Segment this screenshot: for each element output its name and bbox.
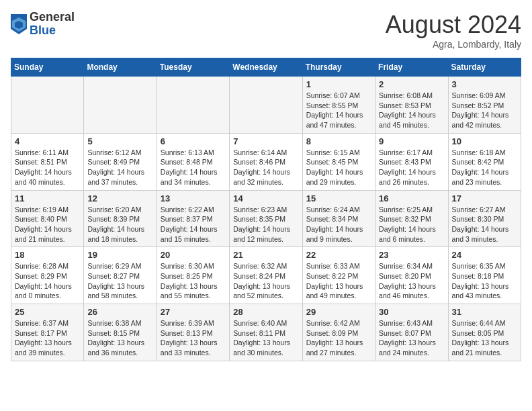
day-info: Sunrise: 6:19 AM Sunset: 8:40 PM Dayligh… — [15, 205, 80, 244]
day-info: Sunrise: 6:08 AM Sunset: 8:53 PM Dayligh… — [379, 91, 444, 130]
calendar-cell: 29Sunrise: 6:42 AM Sunset: 8:09 PM Dayli… — [302, 304, 375, 361]
day-number: 31 — [452, 307, 517, 317]
weekday-header-wednesday: Wednesday — [230, 58, 302, 77]
title-block: August 2024 Agra, Lombardy, Italy — [386, 11, 521, 50]
location-subtitle: Agra, Lombardy, Italy — [386, 39, 521, 50]
calendar-cell: 15Sunrise: 6:24 AM Sunset: 8:34 PM Dayli… — [302, 190, 375, 247]
day-info: Sunrise: 6:18 AM Sunset: 8:42 PM Dayligh… — [452, 148, 517, 187]
day-info: Sunrise: 6:28 AM Sunset: 8:29 PM Dayligh… — [15, 261, 80, 301]
page-header: General Blue August 2024 Agra, Lombardy,… — [11, 11, 521, 50]
day-info: Sunrise: 6:23 AM Sunset: 8:35 PM Dayligh… — [233, 205, 298, 244]
day-info: Sunrise: 6:22 AM Sunset: 8:37 PM Dayligh… — [161, 205, 226, 244]
logo-blue-text: Blue — [30, 24, 75, 38]
day-info: Sunrise: 6:24 AM Sunset: 8:34 PM Dayligh… — [306, 205, 371, 244]
day-info: Sunrise: 6:17 AM Sunset: 8:43 PM Dayligh… — [379, 148, 444, 187]
calendar-cell: 1Sunrise: 6:07 AM Sunset: 8:55 PM Daylig… — [302, 77, 375, 134]
day-number: 23 — [379, 250, 444, 260]
day-info: Sunrise: 6:38 AM Sunset: 8:15 PM Dayligh… — [87, 318, 152, 358]
day-info: Sunrise: 6:34 AM Sunset: 8:20 PM Dayligh… — [379, 261, 444, 301]
day-info: Sunrise: 6:37 AM Sunset: 8:17 PM Dayligh… — [15, 318, 80, 358]
day-info: Sunrise: 6:29 AM Sunset: 8:27 PM Dayligh… — [87, 261, 152, 301]
weekday-header-sunday: Sunday — [11, 58, 84, 77]
day-number: 16 — [379, 193, 444, 203]
calendar-cell: 7Sunrise: 6:14 AM Sunset: 8:46 PM Daylig… — [230, 133, 302, 190]
calendar-cell: 21Sunrise: 6:32 AM Sunset: 8:24 PM Dayli… — [230, 247, 302, 304]
day-number: 22 — [306, 250, 371, 260]
logo-icon — [11, 14, 27, 34]
day-number: 30 — [379, 307, 444, 317]
month-title: August 2024 — [386, 11, 521, 39]
calendar-cell — [11, 77, 84, 134]
day-number: 14 — [233, 193, 298, 203]
calendar-cell: 23Sunrise: 6:34 AM Sunset: 8:20 PM Dayli… — [375, 247, 448, 304]
calendar-cell: 22Sunrise: 6:33 AM Sunset: 8:22 PM Dayli… — [302, 247, 375, 304]
calendar-cell — [84, 77, 157, 134]
day-number: 29 — [306, 307, 371, 317]
calendar-header: SundayMondayTuesdayWednesdayThursdayFrid… — [11, 58, 521, 77]
calendar-body: 1Sunrise: 6:07 AM Sunset: 8:55 PM Daylig… — [11, 77, 521, 361]
day-number: 11 — [15, 193, 80, 203]
weekday-header-monday: Monday — [84, 58, 157, 77]
calendar-cell: 6Sunrise: 6:13 AM Sunset: 8:48 PM Daylig… — [157, 133, 229, 190]
logo: General Blue — [11, 11, 75, 38]
calendar-cell: 27Sunrise: 6:39 AM Sunset: 8:13 PM Dayli… — [157, 304, 229, 361]
day-info: Sunrise: 6:40 AM Sunset: 8:11 PM Dayligh… — [233, 318, 298, 358]
day-info: Sunrise: 6:14 AM Sunset: 8:46 PM Dayligh… — [233, 148, 298, 187]
day-number: 15 — [306, 193, 371, 203]
calendar-cell: 10Sunrise: 6:18 AM Sunset: 8:42 PM Dayli… — [448, 133, 521, 190]
calendar-cell: 24Sunrise: 6:35 AM Sunset: 8:18 PM Dayli… — [448, 247, 521, 304]
day-number: 5 — [87, 136, 152, 146]
day-number: 8 — [306, 136, 371, 146]
calendar-week-4: 18Sunrise: 6:28 AM Sunset: 8:29 PM Dayli… — [11, 247, 521, 304]
day-number: 20 — [161, 250, 226, 260]
day-number: 19 — [87, 250, 152, 260]
calendar-cell: 4Sunrise: 6:11 AM Sunset: 8:51 PM Daylig… — [11, 133, 84, 190]
day-number: 6 — [161, 136, 226, 146]
day-info: Sunrise: 6:11 AM Sunset: 8:51 PM Dayligh… — [15, 148, 80, 187]
calendar-week-2: 4Sunrise: 6:11 AM Sunset: 8:51 PM Daylig… — [11, 133, 521, 190]
calendar-cell: 17Sunrise: 6:27 AM Sunset: 8:30 PM Dayli… — [448, 190, 521, 247]
day-number: 7 — [233, 136, 298, 146]
weekday-header-friday: Friday — [375, 58, 448, 77]
calendar-cell: 9Sunrise: 6:17 AM Sunset: 8:43 PM Daylig… — [375, 133, 448, 190]
day-number: 10 — [452, 136, 517, 146]
calendar-cell: 13Sunrise: 6:22 AM Sunset: 8:37 PM Dayli… — [157, 190, 229, 247]
day-number: 26 — [87, 307, 152, 317]
calendar-cell: 30Sunrise: 6:43 AM Sunset: 8:07 PM Dayli… — [375, 304, 448, 361]
day-number: 4 — [15, 136, 80, 146]
day-info: Sunrise: 6:25 AM Sunset: 8:32 PM Dayligh… — [379, 205, 444, 244]
calendar-cell: 20Sunrise: 6:30 AM Sunset: 8:25 PM Dayli… — [157, 247, 229, 304]
day-info: Sunrise: 6:42 AM Sunset: 8:09 PM Dayligh… — [306, 318, 371, 358]
day-info: Sunrise: 6:32 AM Sunset: 8:24 PM Dayligh… — [233, 261, 298, 301]
calendar-cell — [230, 77, 302, 134]
day-number: 1 — [306, 79, 371, 89]
calendar-week-3: 11Sunrise: 6:19 AM Sunset: 8:40 PM Dayli… — [11, 190, 521, 247]
calendar-cell: 11Sunrise: 6:19 AM Sunset: 8:40 PM Dayli… — [11, 190, 84, 247]
day-info: Sunrise: 6:44 AM Sunset: 8:05 PM Dayligh… — [452, 318, 517, 358]
calendar-cell: 3Sunrise: 6:09 AM Sunset: 8:52 PM Daylig… — [448, 77, 521, 134]
logo-text: General Blue — [30, 11, 75, 38]
day-info: Sunrise: 6:20 AM Sunset: 8:39 PM Dayligh… — [87, 205, 152, 244]
calendar-cell: 14Sunrise: 6:23 AM Sunset: 8:35 PM Dayli… — [230, 190, 302, 247]
day-number: 12 — [87, 193, 152, 203]
day-number: 28 — [233, 307, 298, 317]
day-info: Sunrise: 6:27 AM Sunset: 8:30 PM Dayligh… — [452, 205, 517, 244]
calendar-week-5: 25Sunrise: 6:37 AM Sunset: 8:17 PM Dayli… — [11, 304, 521, 361]
day-number: 24 — [452, 250, 517, 260]
calendar-cell: 19Sunrise: 6:29 AM Sunset: 8:27 PM Dayli… — [84, 247, 157, 304]
logo-general-text: General — [30, 11, 75, 24]
day-number: 27 — [161, 307, 226, 317]
calendar-table: SundayMondayTuesdayWednesdayThursdayFrid… — [11, 58, 521, 361]
calendar-week-1: 1Sunrise: 6:07 AM Sunset: 8:55 PM Daylig… — [11, 77, 521, 134]
weekday-header-row: SundayMondayTuesdayWednesdayThursdayFrid… — [11, 58, 521, 77]
day-info: Sunrise: 6:35 AM Sunset: 8:18 PM Dayligh… — [452, 261, 517, 301]
day-info: Sunrise: 6:33 AM Sunset: 8:22 PM Dayligh… — [306, 261, 371, 301]
day-number: 3 — [452, 79, 517, 89]
calendar-cell: 28Sunrise: 6:40 AM Sunset: 8:11 PM Dayli… — [230, 304, 302, 361]
day-info: Sunrise: 6:12 AM Sunset: 8:49 PM Dayligh… — [87, 148, 152, 187]
calendar-cell: 31Sunrise: 6:44 AM Sunset: 8:05 PM Dayli… — [448, 304, 521, 361]
weekday-header-saturday: Saturday — [448, 58, 521, 77]
weekday-header-thursday: Thursday — [302, 58, 375, 77]
day-number: 18 — [15, 250, 80, 260]
calendar-cell: 5Sunrise: 6:12 AM Sunset: 8:49 PM Daylig… — [84, 133, 157, 190]
